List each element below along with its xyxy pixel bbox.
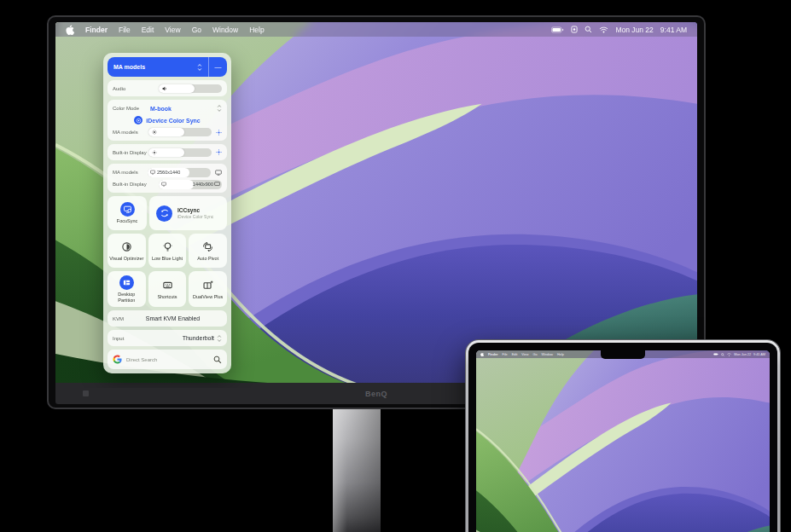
apple-icon[interactable] xyxy=(480,352,484,356)
menu-item-window[interactable]: Window xyxy=(542,353,554,356)
power-button[interactable] xyxy=(83,390,89,396)
iccsync-icon xyxy=(156,205,172,222)
dualview-plus-icon xyxy=(201,278,215,292)
monitor-screen: Finder File Edit View Go Window Help xyxy=(55,22,697,388)
desktop-partition-tile[interactable]: Desktop Partition xyxy=(108,271,146,307)
scene: Finder File Edit View Go Window Help xyxy=(0,0,791,532)
menu-item-go[interactable]: Go xyxy=(532,353,537,356)
menu-date[interactable]: Mon Jun 22 xyxy=(615,26,653,34)
speaker-icon xyxy=(162,86,167,91)
resolution-row-ma: MA models 2560x1440 xyxy=(113,166,222,178)
search-icon[interactable] xyxy=(721,353,724,356)
menu-status-area: Mon Jun 22 9:41 AM xyxy=(551,26,687,34)
tile-label: Low Blue Light xyxy=(152,256,183,262)
menu-time[interactable]: 9:41 AM xyxy=(660,26,687,34)
menu-item-window[interactable]: Window xyxy=(212,26,238,34)
resolution-card: MA models 2560x1440 xyxy=(108,164,227,193)
wifi-icon[interactable] xyxy=(727,353,731,356)
menu-item-edit[interactable]: Edit xyxy=(512,353,518,356)
low-blue-light-tile[interactable]: Low Blue Light xyxy=(148,234,187,268)
chevron-updown-icon xyxy=(217,104,222,113)
low-blue-light-icon xyxy=(160,240,175,254)
menu-item-view[interactable]: View xyxy=(165,26,180,34)
panel-header: MA models — xyxy=(108,57,227,77)
macbook-screen: Finder File Edit View Go Window Help xyxy=(476,350,770,532)
wifi-icon[interactable] xyxy=(599,26,608,33)
color-sync-icon xyxy=(134,116,142,124)
kvm-status: Smart KVM Enabled xyxy=(124,315,222,321)
shortcuts-tile[interactable]: Shortcuts xyxy=(148,271,187,307)
focusync-tile[interactable]: FocuSync xyxy=(108,196,147,230)
menu-item-edit[interactable]: Edit xyxy=(142,26,154,34)
tile-label: Auto Pivot xyxy=(197,256,218,262)
menu-status-area: Mon Jun 22 9:41 AM xyxy=(713,353,765,356)
kvm-card[interactable]: KVM Smart KVM Enabled xyxy=(108,310,227,327)
audio-card: Audio xyxy=(108,80,227,96)
menu-item-help[interactable]: Help xyxy=(557,353,564,356)
benq-logo: BenQ xyxy=(365,390,387,398)
input-card[interactable]: Input Thunderbolt xyxy=(108,330,227,346)
dualview-plus-tile[interactable]: DualView Plus xyxy=(189,271,227,307)
macbook: Finder File Edit View Go Window Help xyxy=(466,340,780,532)
wallpaper xyxy=(476,350,770,532)
builtin-brightness-card: Built-in Display xyxy=(108,144,227,160)
chevron-updown-icon xyxy=(197,63,202,72)
desktop-partition-icon xyxy=(119,275,134,290)
brightness-label: Built-in Display xyxy=(113,150,147,155)
monitor-selector[interactable]: MA models xyxy=(108,57,208,77)
menu-item-help[interactable]: Help xyxy=(249,26,264,34)
iccsync-tile[interactable]: ICCsync iDevice Color Sync xyxy=(149,196,227,230)
hdr-brightness-icon[interactable] xyxy=(216,149,222,155)
menu-item-go[interactable]: Go xyxy=(192,26,201,34)
menu-item-view[interactable]: View xyxy=(521,353,528,356)
audio-slider[interactable] xyxy=(159,84,222,93)
menu-item-finder[interactable]: Finder xyxy=(488,353,498,356)
input-value: Thunderbolt xyxy=(183,335,214,341)
display-status-icon[interactable] xyxy=(571,26,578,33)
tiles-row-1: FocuSync ICCsync iDevice Color Sync xyxy=(108,196,227,230)
idevice-color-sync[interactable]: iDevice Color Sync xyxy=(113,114,222,126)
color-sync-label: iDevice Color Sync xyxy=(146,118,200,124)
apple-icon[interactable] xyxy=(66,25,74,35)
ma-resolution-control[interactable]: 2560x1440 xyxy=(148,168,211,177)
menu-time[interactable]: 9:41 AM xyxy=(753,353,765,356)
color-mode-value: M-book xyxy=(150,106,172,112)
kvm-label: KVM xyxy=(113,316,124,321)
resolution-value: 1440x900 xyxy=(193,182,213,187)
battery-icon[interactable] xyxy=(713,353,718,356)
ma-brightness-slider[interactable] xyxy=(148,128,212,136)
collapse-button[interactable]: — xyxy=(208,57,227,77)
builtin-resolution-control[interactable]: 1440x900 xyxy=(159,180,222,189)
macbook-notch xyxy=(601,350,645,359)
tile-label: ICCsync xyxy=(177,207,213,213)
builtin-brightness-slider[interactable] xyxy=(148,148,212,157)
display-control-panel: MA models — Audio xyxy=(103,53,231,373)
search-magnifier-icon[interactable] xyxy=(213,356,222,364)
chevron-updown-icon xyxy=(217,334,222,343)
visual-optimizer-icon xyxy=(119,240,134,254)
display-res-icon xyxy=(150,170,155,175)
direct-search-card[interactable]: Direct Search xyxy=(108,350,227,369)
brightness-label: MA models xyxy=(113,130,138,135)
battery-icon[interactable] xyxy=(551,26,564,33)
tile-sublabel: iDevice Color Sync xyxy=(177,214,213,219)
menu-item-file[interactable]: File xyxy=(503,353,508,356)
tile-label: Visual Optimizer xyxy=(109,256,143,262)
hdr-brightness-icon[interactable] xyxy=(216,130,222,136)
menu-date[interactable]: Mon Jun 22 xyxy=(734,353,751,356)
google-logo-icon xyxy=(113,355,122,364)
shortcuts-icon xyxy=(160,278,175,292)
display-res-icon xyxy=(161,182,166,187)
tiles-row-2: Visual Optimizer Low Blue Light Auto Piv… xyxy=(108,234,227,268)
visual-optimizer-tile[interactable]: Visual Optimizer xyxy=(108,234,146,268)
sun-icon xyxy=(152,150,157,155)
resolution-row-builtin: Built-in Display 1440x900 xyxy=(113,178,222,190)
tile-label: Shortcuts xyxy=(157,294,177,300)
panel-title: MA models xyxy=(113,64,194,70)
menu-item-file[interactable]: File xyxy=(119,26,131,34)
auto-pivot-icon xyxy=(201,240,215,254)
search-icon[interactable] xyxy=(585,26,592,33)
menu-item-finder[interactable]: Finder xyxy=(85,26,108,34)
color-mode-row[interactable]: Color Mode M-book xyxy=(113,102,222,114)
auto-pivot-tile[interactable]: Auto Pivot xyxy=(189,234,227,268)
